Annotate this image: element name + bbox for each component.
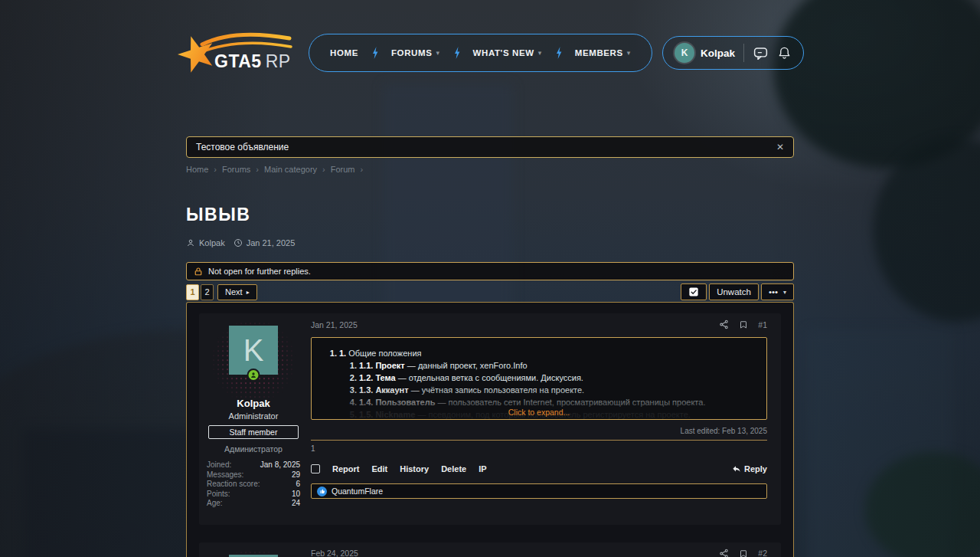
stat-row: Reaction score: 6	[207, 480, 300, 489]
stat-row: Age: 24	[207, 499, 300, 508]
notice-text: Тестовое объявление	[196, 142, 289, 152]
breadcrumb-main-category[interactable]: Main category	[264, 165, 325, 174]
alerts-bell-icon[interactable]	[777, 45, 792, 61]
logo-title: GTA5	[214, 51, 262, 71]
post-date-link[interactable]: Feb 24, 2025	[311, 549, 358, 557]
breadcrumb-forums[interactable]: Forums	[222, 165, 259, 174]
post-author-role: Администратор	[207, 444, 300, 454]
lock-icon	[194, 267, 203, 277]
author-person-icon	[186, 238, 195, 247]
page-2-button[interactable]: 2	[201, 284, 214, 300]
edit-link[interactable]: Edit	[371, 464, 387, 473]
reaction-user-link[interactable]: QuantumFlare	[332, 487, 383, 496]
stat-label: Joined:	[207, 460, 231, 470]
reply-button[interactable]: Reply	[732, 464, 767, 473]
account-button[interactable]: K Kolpak	[675, 43, 735, 63]
nav-forums[interactable]: FORUMS	[391, 48, 440, 57]
post-header: Jan 21, 2025	[311, 319, 767, 329]
author-stats: Joined: Jan 8, 2025 Messages: 29 Reactio…	[207, 460, 300, 508]
stat-value: 24	[292, 499, 300, 508]
post-date-link[interactable]: Jan 21, 2025	[311, 320, 358, 329]
main-nav: HOME FORUMS WHAT'S NEW MEMBERS	[309, 34, 652, 72]
share-icon[interactable]	[719, 549, 729, 557]
breadcrumb-forum[interactable]: Forum	[331, 165, 363, 174]
site-logo[interactable]: GTA5RP	[176, 31, 299, 75]
stat-row: Messages: 29	[207, 470, 300, 480]
stat-value: Jan 8, 2025	[260, 460, 300, 470]
avatar[interactable]: K	[229, 326, 278, 375]
history-link[interactable]: History	[400, 464, 429, 473]
stat-label: Age:	[207, 499, 223, 508]
site-header: GTA5RP HOME FORUMS WHAT'S NEW MEMBERS K …	[0, 0, 980, 75]
page-content: Тестовое объявление ✕ Home Forums Main c…	[186, 136, 794, 557]
post-number-link[interactable]: #2	[758, 549, 767, 557]
announcement-notice: Тестовое объявление ✕	[186, 136, 794, 158]
post-author-title: Administrator	[207, 411, 300, 421]
post-header: Feb 24, 2025	[311, 549, 767, 557]
post-message: Feb 24, 2025	[308, 542, 781, 557]
thread-date[interactable]: Jan 21, 2025	[247, 238, 296, 247]
logo-text: GTA5RP	[214, 51, 291, 72]
select-post-checkbox[interactable]	[311, 464, 320, 473]
lightning-separator-icon	[371, 47, 378, 59]
like-reaction-icon	[317, 487, 327, 496]
bookmark-icon[interactable]	[739, 319, 748, 329]
conversations-icon[interactable]	[753, 45, 769, 61]
stat-value: 6	[296, 480, 300, 489]
locked-notice-text: Not open for further replies.	[208, 267, 311, 276]
checked-checkbox-icon	[688, 287, 699, 297]
stat-value: 29	[292, 470, 300, 480]
thread-meta: Kolpak Jan 21, 2025	[186, 238, 794, 247]
click-to-expand-link[interactable]: Click to expand...	[312, 408, 766, 417]
share-icon[interactable]	[719, 319, 729, 329]
stat-value: 10	[292, 490, 300, 499]
signature-text: 1	[311, 444, 767, 453]
last-edited-text: Last edited: Feb 13, 2025	[311, 427, 767, 435]
page-1-button[interactable]: 1	[186, 284, 199, 300]
nav-whats-new[interactable]: WHAT'S NEW	[473, 48, 542, 57]
next-page-button[interactable]: Next	[217, 284, 257, 300]
quoted-rules-block[interactable]: 1. Общие положения 1.1. Проект — данный …	[311, 337, 767, 420]
rule-item: 1.1. Проект — данный проект, xenForo.Inf…	[359, 359, 756, 372]
thread-author-link[interactable]: Kolpak	[199, 238, 225, 247]
nav-home[interactable]: HOME	[330, 48, 358, 57]
bookmark-icon[interactable]	[739, 549, 748, 557]
divider	[743, 44, 744, 62]
locked-thread-notice: Not open for further replies.	[186, 262, 794, 280]
user-menu: K Kolpak	[662, 36, 804, 70]
unwatch-button[interactable]: Unwatch	[709, 283, 759, 300]
more-options-button[interactable]: ••• ▾	[761, 283, 794, 300]
select-posts-button[interactable]	[681, 283, 707, 300]
rule-item: 1.3. Аккаунт — учётная запись пользовате…	[359, 384, 756, 396]
logo-suffix: RP	[266, 51, 291, 71]
pagination: 1 2 Next	[186, 284, 257, 300]
reactions-bar[interactable]: QuantumFlare	[311, 483, 767, 499]
online-status-icon	[247, 369, 260, 382]
user-avatar: K	[675, 43, 694, 63]
thread-title: ывыв	[186, 205, 794, 225]
stat-row: Joined: Jan 8, 2025	[207, 460, 300, 470]
delete-link[interactable]: Delete	[441, 464, 466, 473]
lightning-separator-icon	[453, 47, 460, 59]
lightning-separator-icon	[555, 47, 562, 59]
post-author-panel: K Kolpak Administrator Staff member Адми…	[199, 313, 308, 525]
post-message: Jan 21, 2025	[308, 313, 781, 525]
report-link[interactable]: Report	[332, 464, 359, 473]
staff-member-banner: Staff member	[208, 425, 299, 439]
notice-close-icon[interactable]: ✕	[776, 142, 784, 152]
signature-divider	[311, 440, 767, 441]
thread-controls: Unwatch ••• ▾	[681, 283, 794, 300]
post-actions-bar: Report Edit History Delete IP Reply	[311, 464, 767, 473]
thread-toolbar: 1 2 Next Unwatch ••• ▾	[186, 283, 794, 300]
rule-item: 1.4. Пользователь — пользователь сети In…	[359, 396, 756, 408]
ip-link[interactable]: IP	[479, 464, 486, 473]
post-number-link[interactable]: #1	[758, 320, 767, 329]
posts-container: K Kolpak Administrator Staff member Адми…	[186, 302, 794, 557]
nav-members[interactable]: MEMBERS	[575, 48, 631, 57]
avatar[interactable]: K	[229, 555, 278, 557]
chevron-down-icon: ▾	[783, 289, 786, 296]
stat-label: Reaction score:	[207, 480, 260, 489]
user-name: Kolpak	[701, 48, 735, 59]
more-dots: •••	[769, 287, 778, 297]
breadcrumb-home[interactable]: Home	[186, 165, 217, 174]
